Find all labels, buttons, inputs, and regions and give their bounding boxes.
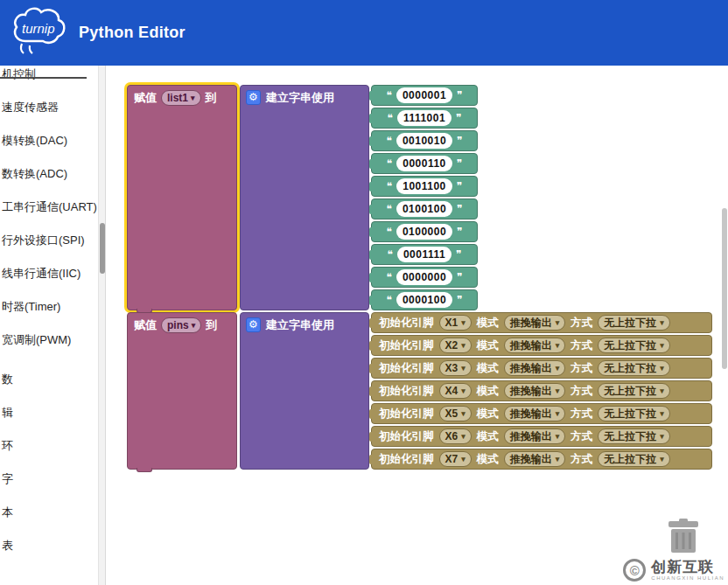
string-block[interactable]: ❝0000110❞ [371, 153, 478, 174]
string-field[interactable]: 0001111 [397, 247, 452, 262]
pin-dropdown[interactable]: X3▾ [439, 360, 472, 376]
mode-dropdown[interactable]: 推挽输出▾ [504, 315, 566, 331]
pull-dropdown[interactable]: 无上拉下拉▾ [598, 428, 670, 444]
sidebar-item[interactable]: 字 [0, 470, 105, 504]
set-variable-block[interactable]: 赋值 pins ▾ 到 [127, 312, 237, 470]
to-label: 到 [206, 90, 217, 106]
pull-dropdown-value: 无上拉下拉 [604, 338, 656, 353]
string-field[interactable]: 1111001 [397, 110, 452, 126]
sidebar-item[interactable]: 辑 [0, 404, 105, 437]
pin-dropdown[interactable]: X7▾ [439, 451, 472, 467]
string-field[interactable]: 0100000 [396, 224, 452, 240]
string-block[interactable]: ❝1001100❞ [371, 176, 478, 197]
string-block[interactable]: ❝0001111❞ [371, 244, 478, 265]
string-field[interactable]: 0000110 [396, 156, 452, 171]
string-block[interactable]: ❝0000000❞ [371, 267, 478, 288]
pin-init-block[interactable]: 初始化引脚X3▾模式推挽输出▾方式无上拉下拉▾ [371, 358, 712, 379]
sidebar-item[interactable]: 模转换(DAC) [0, 132, 105, 165]
sidebar-scrollbar[interactable] [98, 66, 105, 585]
pin-dropdown[interactable]: X1▾ [439, 315, 472, 331]
sidebar-item[interactable]: 线串行通信(IIC) [0, 265, 105, 298]
sidebar-item[interactable]: 数转换(ADC) [0, 165, 105, 198]
trash-icon[interactable] [661, 519, 706, 557]
sidebar-item[interactable]: 时器(Timer) [0, 298, 105, 331]
string-block[interactable]: ❝0010010❞ [371, 130, 478, 151]
pull-dropdown[interactable]: 无上拉下拉▾ [598, 315, 670, 331]
variable-name: list1 [167, 92, 188, 104]
variable-dropdown[interactable]: list1 ▾ [161, 90, 201, 106]
set-variable-block[interactable]: 赋值 list1 ▾ 到 [127, 85, 237, 310]
pin-dropdown[interactable]: X4▾ [439, 383, 472, 399]
string-block[interactable]: ❝0100100❞ [371, 198, 478, 219]
mode-dropdown[interactable]: 推挽输出▾ [504, 451, 566, 467]
sidebar-item[interactable]: 速度传感器 [0, 99, 105, 132]
string-field[interactable]: 0000001 [396, 87, 452, 103]
dropdown-arrow-icon: ▾ [192, 321, 196, 330]
block-stack: 赋值 list1 ▾ 到 ⚙︎ 建立字串使用 ❝0000001❞❝1111001… [127, 85, 712, 471]
turnip-logo[interactable]: turnip [9, 4, 68, 62]
watermark-caption: CHUANGXIN HULIAN [651, 575, 724, 581]
mode-dropdown[interactable]: 推挽输出▾ [504, 406, 566, 421]
mode-dropdown[interactable]: 推挽输出▾ [504, 428, 566, 444]
pin-dropdown[interactable]: X6▾ [439, 428, 472, 444]
pin-init-block[interactable]: 初始化引脚X4▾模式推挽输出▾方式无上拉下拉▾ [371, 380, 712, 401]
string-field[interactable]: 0000100 [396, 292, 452, 308]
string-field[interactable]: 0100100 [396, 201, 452, 217]
pull-dropdown[interactable]: 无上拉下拉▾ [598, 338, 670, 353]
pin-dropdown-value: X2 [445, 339, 458, 352]
string-field[interactable]: 0000000 [396, 269, 452, 285]
dropdown-arrow-icon: ▾ [660, 318, 664, 327]
mode-dropdown-value: 推挽输出 [510, 384, 552, 399]
canvas-scrollbar[interactable] [722, 208, 727, 369]
mode-dropdown[interactable]: 推挽输出▾ [504, 383, 566, 399]
string-field[interactable]: 1001100 [396, 178, 452, 194]
string-field[interactable]: 0010010 [396, 133, 452, 149]
mutator-gear-icon[interactable]: ⚙︎ [246, 90, 261, 105]
sidebar-item[interactable]: 工串行通信(UART) [0, 198, 105, 232]
join-text-block[interactable]: ⚙︎ 建立字串使用 [240, 312, 369, 470]
open-quote-icon: ❝ [386, 226, 391, 237]
pin-dropdown-value: X4 [445, 385, 458, 397]
mutator-gear-icon[interactable]: ⚙︎ [246, 317, 261, 332]
sidebar-item[interactable]: 表 [0, 537, 105, 570]
string-block[interactable]: ❝0100000❞ [371, 221, 478, 242]
method-label: 方式 [570, 451, 592, 467]
pin-dropdown-value: X5 [445, 407, 458, 420]
pin-init-block[interactable]: 初始化引脚X7▾模式推挽输出▾方式无上拉下拉▾ [371, 449, 712, 470]
pull-dropdown-value: 无上拉下拉 [604, 407, 656, 421]
workspace-canvas[interactable]: 赋值 list1 ▾ 到 ⚙︎ 建立字串使用 ❝0000001❞❝1111001… [106, 66, 728, 585]
sidebar-item[interactable]: 环 [0, 437, 105, 470]
pin-init-block[interactable]: 初始化引脚X2▾模式推挽输出▾方式无上拉下拉▾ [371, 335, 712, 356]
sidebar-scrollbar-thumb[interactable] [100, 223, 105, 274]
dropdown-arrow-icon: ▾ [660, 455, 664, 463]
variable-dropdown[interactable]: pins ▾ [161, 317, 201, 333]
pin-init-block[interactable]: 初始化引脚X6▾模式推挽输出▾方式无上拉下拉▾ [371, 426, 712, 447]
sidebar-item[interactable]: 宽调制(PWM) [0, 331, 105, 365]
pin-init-block[interactable]: 初始化引脚X5▾模式推挽输出▾方式无上拉下拉▾ [371, 403, 712, 424]
assignment-group-list1: 赋值 list1 ▾ 到 ⚙︎ 建立字串使用 ❝0000001❞❝1111001… [127, 85, 712, 310]
string-block[interactable]: ❝0000100❞ [371, 289, 478, 310]
dropdown-arrow-icon: ▾ [660, 432, 664, 441]
pull-dropdown[interactable]: 无上拉下拉▾ [598, 406, 670, 421]
mode-dropdown[interactable]: 推挽输出▾ [504, 360, 566, 376]
sidebar-item[interactable]: 本 [0, 504, 105, 537]
pin-dropdown[interactable]: X5▾ [439, 406, 472, 421]
mode-dropdown[interactable]: 推挽输出▾ [504, 338, 566, 353]
string-block[interactable]: ❝1111001❞ [371, 108, 478, 129]
sidebar-item[interactable]: 数 [0, 371, 105, 404]
open-quote-icon: ❝ [387, 113, 392, 123]
sidebar-item[interactable]: 机控制 [0, 66, 105, 99]
pin-init-block[interactable]: 初始化引脚X1▾模式推挽输出▾方式无上拉下拉▾ [371, 312, 712, 333]
mode-dropdown-value: 推挽输出 [510, 316, 552, 331]
string-block[interactable]: ❝0000001❞ [371, 85, 478, 106]
pin-dropdown[interactable]: X2▾ [439, 338, 472, 353]
pin-list: 初始化引脚X1▾模式推挽输出▾方式无上拉下拉▾初始化引脚X2▾模式推挽输出▾方式… [371, 312, 712, 470]
pull-dropdown[interactable]: 无上拉下拉▾ [598, 360, 670, 376]
pull-dropdown[interactable]: 无上拉下拉▾ [598, 451, 670, 467]
watermark-text: 创新互联 CHUANGXIN HULIAN [651, 560, 724, 581]
pull-dropdown[interactable]: 无上拉下拉▾ [598, 383, 670, 399]
join-text-block[interactable]: ⚙︎ 建立字串使用 [240, 85, 369, 310]
assign-label: 赋值 [134, 90, 157, 106]
dropdown-arrow-icon: ▾ [660, 409, 664, 418]
sidebar-item[interactable]: 行外设接口(SPI) [0, 232, 105, 265]
